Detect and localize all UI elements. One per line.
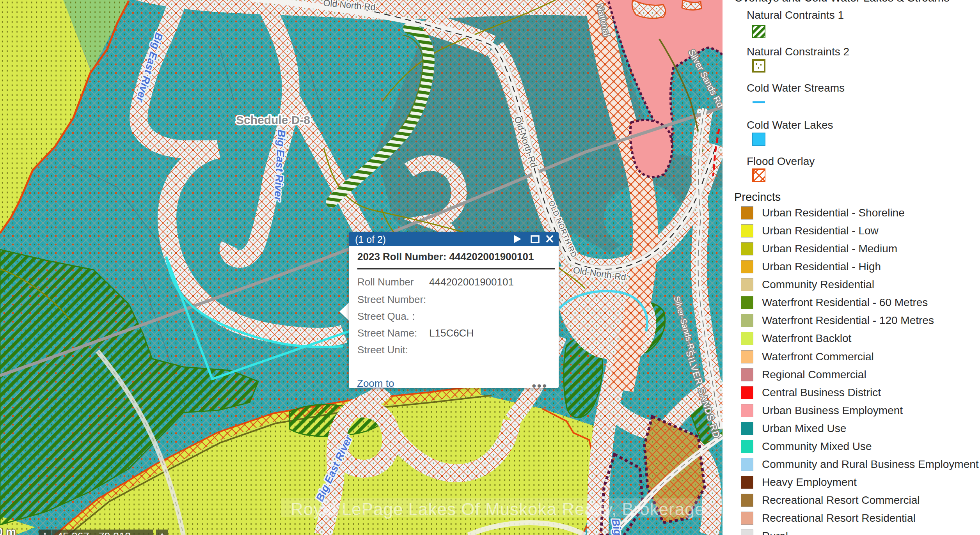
svg-text:Schedule D-8: Schedule D-8 [236, 113, 310, 126]
